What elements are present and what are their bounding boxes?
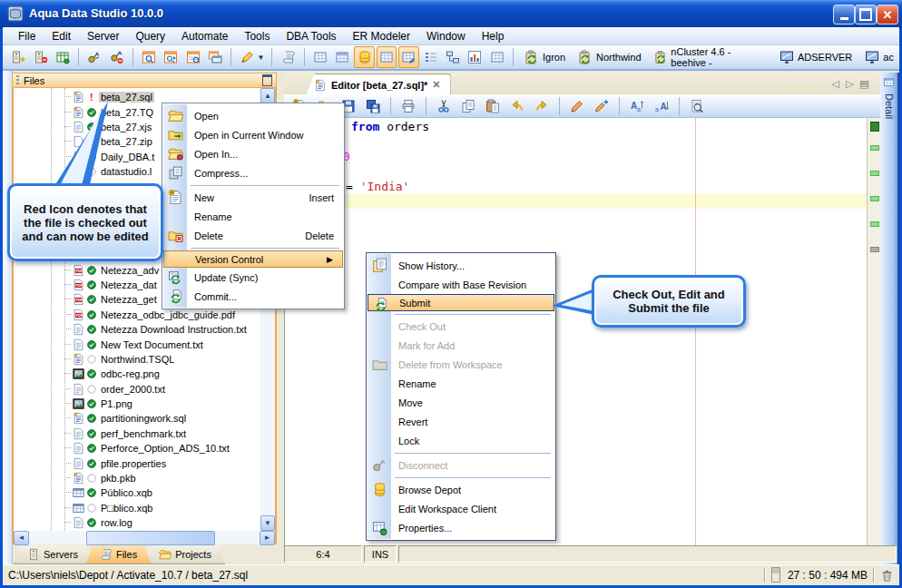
- menu-item-commit[interactable]: Commit...: [163, 287, 343, 306]
- menu-item-open-in-current-window[interactable]: Open in Current Window: [163, 125, 343, 144]
- files-panel-header[interactable]: Files: [12, 73, 277, 88]
- toolbar-grid-plain-icon[interactable]: [377, 46, 397, 68]
- title-bar[interactable]: Aqua Data Studio 10.0.0 ✕: [0, 0, 902, 28]
- minimize-button[interactable]: [833, 5, 855, 24]
- menubar-item-dba-tools[interactable]: DBA Tools: [278, 28, 344, 44]
- error-stripe-mark[interactable]: [870, 247, 879, 252]
- scrollbar-thumb[interactable]: [86, 531, 215, 545]
- menu-item-open[interactable]: Open: [163, 106, 343, 125]
- server-shortcut-ac[interactable]: ac: [865, 50, 894, 64]
- tree-item-new-text-document-txt[interactable]: New Text Document.txt: [14, 337, 260, 351]
- menu-item-rename[interactable]: Rename: [163, 207, 343, 226]
- tree-item-pfile-properties[interactable]: pfile.properties: [14, 456, 260, 470]
- editor-toolbar-font-dec-icon[interactable]: aA: [651, 95, 672, 117]
- scroll-down-icon[interactable]: ▼: [260, 515, 275, 531]
- toolbar-disconnect-icon[interactable]: [106, 46, 126, 68]
- toolbar-grid-edit-icon[interactable]: [398, 46, 418, 68]
- menubar-item-edit[interactable]: Edit: [44, 28, 79, 44]
- error-stripe-mark[interactable]: [870, 145, 879, 151]
- editor-toolbar-paste-icon[interactable]: [482, 95, 504, 117]
- tree-item-odbc-reg-png[interactable]: odbc-reg.png: [14, 367, 260, 381]
- panel-tab-files[interactable]: Files: [86, 545, 151, 564]
- menubar-item-server[interactable]: Server: [79, 28, 127, 44]
- toolbar-er-diagram-icon[interactable]: [443, 46, 463, 68]
- editor-toolbar-cut-icon[interactable]: [433, 95, 455, 117]
- panel-tab-projects[interactable]: Projects: [145, 545, 225, 564]
- tree-item-netezza-download-instruction-txt[interactable]: Netezza Download Instruction.txt: [14, 322, 260, 337]
- maximize-button[interactable]: [855, 5, 877, 24]
- server-shortcut-ncluster-4-6-beehive[interactable]: nCluster 4.6 - beehive -: [654, 46, 767, 68]
- editor-toolbar-copy-icon[interactable]: [457, 95, 479, 117]
- menubar-item-er-modeler[interactable]: ER Modeler: [345, 28, 418, 44]
- menubar-item-help[interactable]: Help: [474, 28, 513, 44]
- menu-item-move[interactable]: Move: [368, 393, 554, 412]
- editor-toolbar-print-icon[interactable]: [397, 95, 419, 117]
- toolbar-db-cylinder-icon[interactable]: [354, 46, 374, 68]
- server-shortcut-igron[interactable]: Igron: [525, 50, 565, 64]
- tree-horizontal-scrollbar[interactable]: ◄ ►: [14, 531, 275, 544]
- menu-item-open-in[interactable]: Open In...: [163, 144, 343, 163]
- close-button[interactable]: ✕: [877, 5, 898, 24]
- tree-item-p1-png[interactable]: P1.png: [14, 397, 260, 411]
- editor-tab[interactable]: Editor [beta_27.sql]* ✕: [306, 74, 451, 95]
- server-shortcut-northwind[interactable]: Northwind: [578, 50, 642, 64]
- editor-toolbar-find-doc-icon[interactable]: [686, 95, 708, 117]
- menubar-item-tools[interactable]: Tools: [236, 28, 278, 44]
- toolbar-table-green-icon[interactable]: [53, 46, 73, 68]
- toolbar-window-switch-icon[interactable]: [205, 46, 225, 68]
- menubar-item-query[interactable]: Query: [127, 28, 173, 44]
- toolbar-grid-icon[interactable]: [310, 46, 330, 68]
- error-stripe-mark[interactable]: [870, 171, 879, 176]
- menu-item-version-control[interactable]: Version Control▶: [163, 250, 343, 268]
- tab-list-icon[interactable]: ▤: [858, 78, 870, 90]
- garbage-collect-icon[interactable]: [880, 568, 894, 583]
- toolbar-script-icon[interactable]: [278, 46, 298, 68]
- toolbar-query-view-icon[interactable]: [182, 46, 202, 68]
- menu-item-delete[interactable]: DeleteDelete: [163, 226, 343, 245]
- menubar-item-window[interactable]: Window: [418, 28, 474, 44]
- tree-item-p-blico-xqb[interactable]: Público.xqb: [14, 485, 260, 500]
- tab-close-icon[interactable]: ✕: [432, 79, 440, 91]
- scroll-left-icon[interactable]: ◄: [14, 531, 29, 545]
- menu-item-revert[interactable]: Revert: [368, 412, 554, 431]
- tab-scroll-left-icon[interactable]: ◁: [829, 78, 841, 90]
- tree-item-northwind-tsql[interactable]: Northwind.TSQL: [14, 352, 260, 367]
- editor-toolbar-font-inc-icon[interactable]: Aa: [626, 95, 648, 117]
- editor-toolbar-save-all-icon[interactable]: [362, 95, 384, 117]
- tree-item-order-2000-txt[interactable]: order_2000.txt: [14, 382, 260, 397]
- toolbar-table-plain-icon[interactable]: [487, 46, 507, 68]
- toolbar-chart-icon[interactable]: [465, 46, 485, 68]
- toolbar-server-remove-icon[interactable]: [30, 46, 50, 68]
- menu-item-submit[interactable]: Submit: [368, 294, 554, 311]
- toolbar-server-add-icon[interactable]: [8, 46, 28, 68]
- toolbar-automate-pen-icon[interactable]: [237, 46, 257, 68]
- toolbar-connect-icon[interactable]: [84, 46, 104, 68]
- menubar-item-file[interactable]: File: [10, 28, 44, 44]
- dropdown-caret-icon[interactable]: ▼: [258, 54, 265, 62]
- menu-item-lock[interactable]: Lock: [368, 431, 554, 450]
- menu-item-update-sync[interactable]: Update (Sync): [163, 268, 343, 287]
- scroll-up-icon[interactable]: ▲: [260, 88, 275, 103]
- editor-toolbar-redo-icon[interactable]: [531, 95, 553, 117]
- menu-item-edit-workspace-client[interactable]: Edit Workspace Client: [368, 499, 554, 518]
- error-stripe-mark[interactable]: [870, 196, 879, 201]
- tree-item-netezza-odbc-jdbc-guide-pdf[interactable]: PDF Netezza_odbc_jdbc_guide.pdf: [14, 308, 260, 322]
- editor-toolbar-pen-icon[interactable]: [566, 95, 588, 117]
- toolbar-query-analyzer-icon[interactable]: [139, 46, 159, 68]
- scroll-right-icon[interactable]: ►: [260, 531, 275, 545]
- tree-item-p-blico-xqb[interactable]: P□blico.xqb: [14, 501, 260, 515]
- editor-toolbar-undo-icon[interactable]: [506, 95, 528, 117]
- menu-item-browse-depot[interactable]: Browse Depot: [368, 480, 554, 499]
- tree-item-row-log[interactable]: row.log: [14, 515, 260, 530]
- menu-item-compare-with-base-revision[interactable]: Compare with Base Revision: [368, 275, 554, 294]
- toolbar-query-open-icon[interactable]: [161, 46, 181, 68]
- menubar-item-automate[interactable]: Automate: [173, 28, 236, 44]
- menu-item-rename[interactable]: Rename: [368, 374, 554, 393]
- toolbar-grid-header-icon[interactable]: [332, 46, 352, 68]
- detail-side-tab[interactable]: Detail: [880, 73, 899, 564]
- error-stripe-mark[interactable]: [870, 122, 879, 132]
- panel-tab-servers[interactable]: Servers: [14, 545, 92, 564]
- menu-item-compress[interactable]: Compress...: [163, 163, 343, 182]
- tree-item-partitioningwork-sql[interactable]: partitioningwork.sql: [14, 411, 260, 426]
- tree-item-perf-benchmark-txt[interactable]: perf_benchmark.txt: [14, 426, 260, 441]
